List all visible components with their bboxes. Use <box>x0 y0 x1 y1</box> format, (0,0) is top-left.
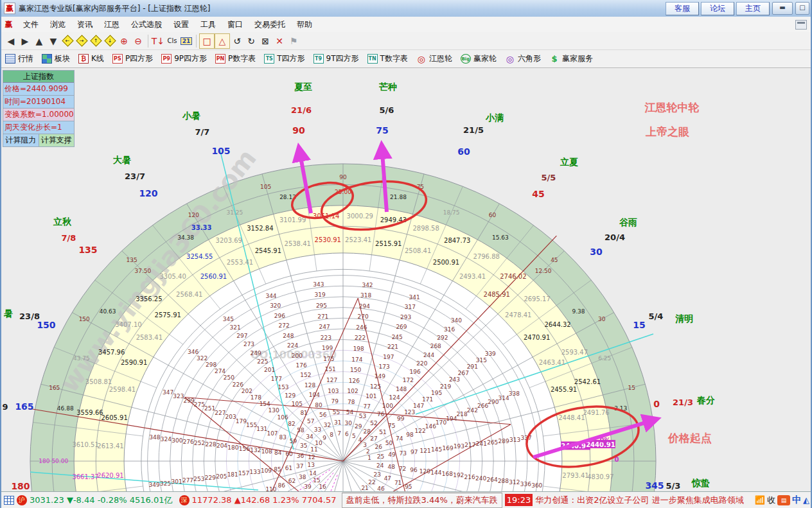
calendar-21-icon[interactable]: 21 <box>179 34 193 48</box>
menu-工具[interactable]: 工具 <box>195 17 222 32</box>
quotes-grid-icon <box>5 54 15 64</box>
svg-text:57: 57 <box>307 418 314 425</box>
gann-wheel-canvas[interactable]: www.yingjia360.comQQ:1008003601234567891… <box>1 68 812 491</box>
svg-text:15: 15 <box>313 477 320 484</box>
shanghai-market-icon[interactable]: 沪 <box>17 495 27 505</box>
svg-text:3407.10: 3407.10 <box>115 321 141 328</box>
minimize-button[interactable]: ▬ <box>772 2 793 15</box>
svg-text:大暑: 大暑 <box>113 155 131 165</box>
tool-板块[interactable]: 板块 <box>42 53 70 64</box>
tool-K线[interactable]: ₿K线 <box>78 53 104 64</box>
button-计算支撑[interactable]: 计算支撑 <box>39 134 75 146</box>
tool-江恩轮[interactable]: ◎江恩轮 <box>416 53 452 64</box>
news-ticker-1[interactable]: 盘前走低，特斯拉跌3.44%，蔚来汽车跌 <box>342 493 502 508</box>
diamond-right-icon[interactable]: → <box>75 34 89 48</box>
menu-logo-icon: 赢 <box>4 20 13 30</box>
svg-text:249: 249 <box>251 350 261 356</box>
tool-P四方形[interactable]: PSP四方形 <box>112 53 153 64</box>
svg-text:273: 273 <box>243 341 254 347</box>
svg-text:288: 288 <box>498 478 509 484</box>
tool-赢家轮[interactable]: Big赢家轮 <box>461 53 497 64</box>
menu-浏览[interactable]: 浏览 <box>44 17 71 32</box>
x-box-icon[interactable]: ⊠ <box>258 34 272 48</box>
shanghai-index-quote[interactable]: 3031.23 ▼-8.44 -0.28% 4516.01亿 <box>30 495 173 506</box>
svg-text:2593.47: 2593.47 <box>561 349 588 356</box>
up-triangle-icon[interactable]: ▲ <box>32 34 46 48</box>
rotate-ccw-icon[interactable]: ↺ <box>230 34 244 48</box>
news-ticker-2[interactable]: 华力创通：出资2亿设立子公司 进一步聚焦集成电路领域 <box>535 495 743 506</box>
filter-tool-icon[interactable]: ⚑ <box>287 34 301 48</box>
svg-text:芒种: 芒种 <box>379 82 397 92</box>
t-updown-icon[interactable]: T↓ <box>151 34 165 48</box>
maximize-button[interactable]: □ <box>795 2 809 15</box>
menu-公式选股[interactable]: 公式选股 <box>125 17 168 32</box>
svg-text:108: 108 <box>261 448 272 455</box>
rotate-cw-icon[interactable]: ↻ <box>244 34 258 48</box>
svg-text:179: 179 <box>236 418 247 425</box>
menu-江恩[interactable]: 江恩 <box>98 17 125 32</box>
ime-language-label[interactable]: 中 <box>792 495 801 506</box>
svg-text:75: 75 <box>376 125 388 136</box>
ime-pin-icon[interactable]: ◭ <box>803 495 809 505</box>
diamond-left-icon[interactable]: ← <box>60 34 75 48</box>
tool-赢家服务[interactable]: $赢家服务 <box>549 53 593 64</box>
tool-T四方形[interactable]: TST四方形 <box>264 53 304 64</box>
triangle-tool-icon[interactable]: △ <box>215 33 230 49</box>
svg-text:3457.96: 3457.96 <box>98 349 125 356</box>
shenzhen-index-quote[interactable]: 11772.38 ▲142.68 1.23% 7704.57 <box>192 495 337 505</box>
prev-arrow-icon[interactable]: ◀ <box>4 34 18 48</box>
svg-text:275: 275 <box>194 401 205 408</box>
button-计算阻力[interactable]: 计算阻力 <box>3 134 39 146</box>
tool-9P四方形[interactable]: P99P四方形 <box>161 53 207 64</box>
titlebar-button-论坛[interactable]: 论坛 <box>701 2 734 15</box>
svg-text:120: 120 <box>188 212 199 218</box>
svg-text:3356.25: 3356.25 <box>136 295 162 302</box>
svg-text:341: 341 <box>409 294 420 301</box>
svg-text:317: 317 <box>405 304 416 310</box>
gann-wheel-chart-area[interactable]: 上证指数 价格=2440.9099时间=20190104变换系数=1.00000… <box>1 68 812 491</box>
menu-资讯[interactable]: 资讯 <box>71 17 98 32</box>
tool-六角形[interactable]: ◎六角形 <box>505 53 541 64</box>
diamond-down-icon[interactable]: ↓ <box>103 34 117 48</box>
titlebar-button-主页[interactable]: 主页 <box>736 2 770 15</box>
zoom-in-icon[interactable]: ⊕ <box>117 34 131 48</box>
menu-帮助[interactable]: 帮助 <box>291 17 318 32</box>
ime-orange-icon[interactable]: ▤ <box>777 495 790 505</box>
down-triangle-icon[interactable]: ▼ <box>46 34 60 48</box>
square-tool-icon[interactable]: □ <box>199 33 215 49</box>
menu-交易委托[interactable]: 交易委托 <box>249 17 291 32</box>
svg-text:54: 54 <box>346 409 354 416</box>
svg-text:218: 218 <box>457 411 468 417</box>
titlebar-button-客服[interactable]: 客服 <box>666 2 699 15</box>
svg-text:339: 339 <box>485 351 496 357</box>
svg-text:2644.32: 2644.32 <box>544 321 570 328</box>
tool-T数字表[interactable]: TNT数字表 <box>367 53 408 64</box>
svg-text:342: 342 <box>362 282 373 288</box>
svg-text:135: 135 <box>78 245 97 255</box>
tool-P数字表[interactable]: PNP数字表 <box>215 53 256 64</box>
menu-窗口[interactable]: 窗口 <box>222 17 249 32</box>
svg-text:204: 204 <box>216 442 227 449</box>
instrument-info-panel: 上证指数 价格=2440.9099时间=20190104变换系数=1.00000… <box>3 70 75 147</box>
tool-行情[interactable]: 行情 <box>5 53 33 64</box>
svg-text:347: 347 <box>163 389 173 396</box>
child-window-restore-icon[interactable] <box>795 20 807 30</box>
quote-grid-icon[interactable] <box>4 496 14 505</box>
tool-9T四方形[interactable]: T99T四方形 <box>313 53 359 64</box>
cls-icon[interactable]: Cls <box>165 34 179 48</box>
svg-text:247: 247 <box>319 324 330 330</box>
shrink-tool-icon[interactable]: ✕ <box>272 34 287 48</box>
next-arrow-icon[interactable]: ▶ <box>18 34 32 48</box>
svg-text:295: 295 <box>316 302 327 309</box>
shenzhen-market-icon[interactable]: 深 <box>179 495 190 505</box>
svg-text:12.50: 12.50 <box>535 268 552 274</box>
svg-text:132: 132 <box>250 447 261 453</box>
menu-设置[interactable]: 设置 <box>168 17 195 32</box>
svg-text:37.50: 37.50 <box>134 268 151 274</box>
svg-text:60: 60 <box>489 212 497 218</box>
menu-bar: 赢 文件浏览资讯江恩公式选股设置工具窗口交易委托帮助 <box>1 17 811 33</box>
zoom-out-icon[interactable]: ⊖ <box>131 34 145 48</box>
tool-label: 赢家轮 <box>473 53 497 64</box>
diamond-up-icon[interactable]: ↑ <box>89 34 103 48</box>
menu-文件[interactable]: 文件 <box>17 17 44 32</box>
